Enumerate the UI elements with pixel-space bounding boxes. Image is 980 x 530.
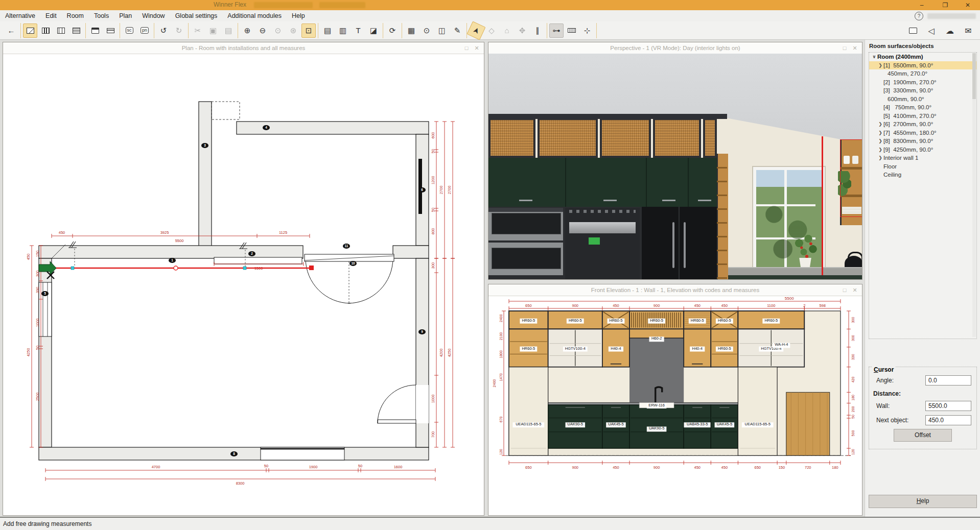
draw-tool-button[interactable]: ✎ xyxy=(450,23,464,38)
tree-scrollbar-thumb[interactable] xyxy=(972,53,976,99)
elevation-canvas[interactable]: HR60-5HR60-5HR60-5HR60-5HR60-5HR60-5HR60… xyxy=(488,296,862,515)
notes-button[interactable]: ▤ xyxy=(320,23,335,38)
menu-global-settings[interactable]: Global settings xyxy=(170,10,223,21)
tree-item-8[interactable]: ❯[7] 4550mm, 180.0° xyxy=(869,129,976,137)
rotate-view-button[interactable]: ⟳ xyxy=(385,23,400,38)
print-button[interactable] xyxy=(103,23,118,38)
menu-room[interactable]: Room xyxy=(62,10,89,21)
collapse-chevron-icon[interactable]: ∨ xyxy=(871,54,877,59)
tree-item-1[interactable]: 450mm, 270.0° xyxy=(869,69,976,78)
tree-item-3[interactable]: [3] 3300mm, 90.0° xyxy=(869,86,976,95)
plan-drawing: 4503925112555001500450150300390100050250… xyxy=(3,54,484,515)
tree-item-13[interactable]: Ceiling xyxy=(869,171,976,179)
view-plan-button[interactable] xyxy=(23,23,37,38)
menu-window[interactable]: Window xyxy=(137,10,170,21)
svg-text:10: 10 xyxy=(351,261,355,265)
tree-item-9[interactable]: ❯[8] 8300mm, 90.0° xyxy=(869,137,976,146)
tree-item-4[interactable]: 600mm, 90.0° xyxy=(869,95,976,104)
tree-item-6[interactable]: [5] 4100mm, 270.0° xyxy=(869,112,976,121)
expand-chevron-icon[interactable]: ❯ xyxy=(877,130,883,135)
menu-tools[interactable]: Tools xyxy=(89,10,114,21)
perspective-pane-titlebar[interactable]: Perspective - 1 (VR Mode): Day (interior… xyxy=(488,42,862,54)
tree-item-5[interactable]: [4] 750mm, 90.0° xyxy=(869,103,976,112)
plan-canvas[interactable]: 4503925112555001500450150300390100050250… xyxy=(3,54,484,515)
offset-button[interactable]: Offset xyxy=(894,429,952,442)
tree-item-11[interactable]: ❯Interior wall 1 xyxy=(869,154,976,162)
copy-button[interactable]: ▣ xyxy=(206,23,220,38)
fill-tool-button[interactable]: ◪ xyxy=(366,23,381,38)
zoom-previous-button[interactable]: ⊛ xyxy=(286,23,300,38)
zoom-out-button[interactable]: ⊖ xyxy=(255,23,270,38)
align-parallel-button[interactable]: ∥ xyxy=(530,23,545,38)
plan-pane-titlebar[interactable]: Plan - Room with installations and all m… xyxy=(3,42,484,54)
measure-point-button[interactable]: ⊹ xyxy=(580,23,594,38)
cut-button[interactable]: ✂ xyxy=(191,23,205,38)
expand-chevron-icon[interactable]: ❯ xyxy=(877,63,883,68)
plan-maximize-icon[interactable]: □ xyxy=(462,44,471,52)
plan-pane: Plan - Room with installations and all m… xyxy=(3,42,484,516)
share-send-button[interactable]: ◁ xyxy=(924,23,939,38)
plan-close-icon[interactable]: ✕ xyxy=(473,44,481,52)
cloud-sync-button[interactable]: ☁ xyxy=(943,23,957,38)
angle-input[interactable]: 0.0 xyxy=(925,375,971,386)
view-list-button[interactable] xyxy=(69,23,83,38)
help-circle-icon[interactable]: ? xyxy=(915,12,923,20)
svg-text:300: 300 xyxy=(851,317,855,323)
zoom-in-button[interactable]: ⊕ xyxy=(240,23,254,38)
paste-button[interactable]: ▤ xyxy=(221,23,236,38)
back-button[interactable]: ← xyxy=(4,23,18,38)
select-arrow-button[interactable]: ➤ xyxy=(466,21,485,40)
walk-3d-button[interactable]: ⌂ xyxy=(500,23,514,38)
save-button[interactable] xyxy=(88,23,102,38)
view-front-elevation-button[interactable] xyxy=(38,23,53,38)
perspective-maximize-icon[interactable]: □ xyxy=(841,44,849,52)
window-minimize-button[interactable]: – xyxy=(911,0,933,10)
wall-distance-input[interactable]: 5500.0 xyxy=(925,401,971,411)
menu-edit[interactable]: Edit xyxy=(40,10,62,21)
window-close-button[interactable]: ✕ xyxy=(956,0,979,10)
tree-item-7[interactable]: ❯[6] 2700mm, 90.0° xyxy=(869,120,976,129)
tree-root-room[interactable]: ∨Room (2400mm) xyxy=(869,53,976,61)
tree-item-0[interactable]: ❯[1] 5500mm, 90.0° xyxy=(869,61,976,70)
pan-toggle-button[interactable]: pn xyxy=(137,23,152,38)
toolbar-right-icons: ◁☁✉ xyxy=(905,21,976,40)
elevation-close-icon[interactable]: ✕ xyxy=(851,286,859,294)
window-maximize-button[interactable]: ❐ xyxy=(934,0,956,10)
expand-chevron-icon[interactable]: ❯ xyxy=(877,147,883,152)
pan-3d-button[interactable]: ✥ xyxy=(515,23,529,38)
room-3d-button[interactable]: ◫ xyxy=(435,23,449,38)
tree-scrollbar[interactable] xyxy=(972,53,976,337)
room-objects-tree[interactable]: ∨Room (2400mm)❯[1] 5500mm, 90.0°450mm, 2… xyxy=(869,52,977,339)
text-tool-button[interactable]: T xyxy=(351,23,365,38)
socket-objects-button[interactable]: ⊙ xyxy=(419,23,434,38)
tree-item-10[interactable]: ❯[9] 4250mm, 90.0° xyxy=(869,146,976,154)
menu-plan[interactable]: Plan xyxy=(114,10,137,21)
elevation-pane-titlebar[interactable]: Front Elevation - 1 : Wall - 1, Elevatio… xyxy=(488,284,862,296)
view-side-elevation-button[interactable] xyxy=(54,23,68,38)
elevation-maximize-icon[interactable]: □ xyxy=(841,286,849,294)
next-object-input[interactable]: 450.0 xyxy=(925,415,971,425)
mail-button[interactable]: ✉ xyxy=(961,23,975,38)
help-button[interactable]: Help xyxy=(869,495,977,508)
measure-tool-button[interactable]: ⊶ xyxy=(549,23,564,38)
perspective-close-icon[interactable]: ✕ xyxy=(851,44,859,52)
zoom-window-button[interactable]: ⊡ xyxy=(301,23,316,38)
note-tag-button[interactable]: ▥ xyxy=(336,23,350,38)
expand-chevron-icon[interactable]: ❯ xyxy=(877,122,883,127)
expand-chevron-icon[interactable]: ❯ xyxy=(877,138,883,143)
measure-box-button[interactable] xyxy=(565,23,579,38)
scale-toggle-button[interactable]: sc xyxy=(122,23,136,38)
expand-chevron-icon[interactable]: ❯ xyxy=(877,155,883,160)
menu-help[interactable]: Help xyxy=(287,10,310,21)
cloud-folder-button[interactable] xyxy=(906,23,920,38)
menu-alternative[interactable]: Alternative xyxy=(0,10,40,21)
redo-button[interactable]: ↻ xyxy=(172,23,186,38)
orbit-3d-button[interactable]: ◇ xyxy=(484,23,499,38)
menu-additional-modules[interactable]: Additional modules xyxy=(222,10,287,21)
perspective-canvas[interactable] xyxy=(488,54,862,279)
zoom-100-button[interactable]: ⊙ xyxy=(271,23,285,38)
tree-item-2[interactable]: [2] 1900mm, 270.0° xyxy=(869,78,976,87)
wall-objects-button[interactable]: ▦ xyxy=(404,23,418,38)
tree-item-12[interactable]: Floor xyxy=(869,162,976,171)
undo-button[interactable]: ↺ xyxy=(156,23,171,38)
